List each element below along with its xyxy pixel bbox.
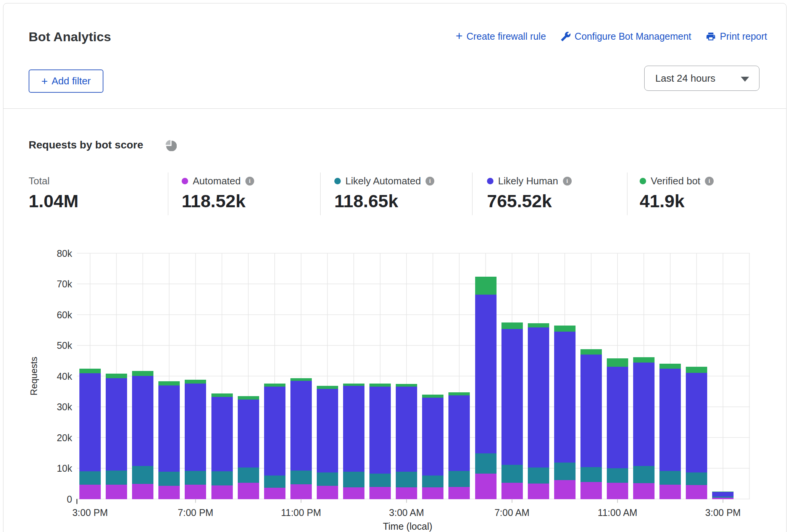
bar-segment-automated[interactable] [686, 485, 707, 499]
bar-segment-verified-bot[interactable] [422, 395, 443, 398]
bar-segment-likely-human[interactable] [501, 329, 523, 465]
bar-segment-automated[interactable] [448, 487, 470, 499]
bar-segment-likely-human[interactable] [264, 387, 285, 476]
bar-segment-likely-automated[interactable] [475, 453, 497, 474]
bar-segment-likely-automated[interactable] [528, 468, 549, 484]
bar-segment-verified-bot[interactable] [501, 322, 523, 329]
bar-segment-automated[interactable] [712, 498, 734, 499]
bar-segment-likely-automated[interactable] [396, 472, 417, 487]
bar-segment-automated[interactable] [475, 474, 497, 499]
bar-segment-verified-bot[interactable] [369, 384, 391, 387]
bar-segment-likely-automated[interactable] [448, 471, 470, 487]
bar-segment-likely-human[interactable] [369, 387, 391, 474]
bar-segment-likely-human[interactable] [422, 398, 443, 476]
bar-segment-likely-human[interactable] [712, 492, 734, 497]
bar-segment-verified-bot[interactable] [712, 492, 734, 492]
bar-segment-likely-automated[interactable] [369, 474, 391, 487]
bar-segment-likely-human[interactable] [290, 381, 312, 470]
bar-segment-verified-bot[interactable] [132, 371, 153, 376]
bar-segment-likely-automated[interactable] [343, 472, 364, 487]
bar-segment-automated[interactable] [132, 484, 153, 499]
bar-segment-automated[interactable] [79, 485, 101, 499]
bar-segment-verified-bot[interactable] [317, 386, 338, 389]
bar-segment-automated[interactable] [238, 483, 259, 499]
bar-segment-automated[interactable] [317, 486, 338, 499]
bar-segment-likely-human[interactable] [686, 373, 707, 472]
bar-segment-likely-automated[interactable] [712, 497, 734, 498]
bar-segment-automated[interactable] [554, 480, 576, 499]
bar-segment-likely-human[interactable] [317, 389, 338, 472]
bar-segment-automated[interactable] [607, 483, 628, 499]
bar-segment-likely-human[interactable] [448, 395, 470, 471]
bar-segment-automated[interactable] [501, 483, 523, 499]
bar-segment-likely-automated[interactable] [317, 472, 338, 486]
bar-segment-likely-human[interactable] [580, 355, 602, 467]
bar-segment-verified-bot[interactable] [659, 364, 681, 369]
bar-segment-verified-bot[interactable] [106, 374, 127, 378]
bar-segment-likely-automated[interactable] [264, 476, 285, 488]
bar-segment-likely-automated[interactable] [106, 471, 127, 485]
bar-segment-likely-human[interactable] [211, 397, 233, 471]
bar-segment-verified-bot[interactable] [528, 323, 549, 327]
bar-segment-automated[interactable] [422, 487, 443, 499]
bar-segment-verified-bot[interactable] [580, 349, 602, 355]
bar-segment-likely-human[interactable] [106, 378, 127, 471]
bar-segment-likely-human[interactable] [554, 332, 576, 463]
bar-segment-verified-bot[interactable] [79, 369, 101, 373]
bar-segment-likely-automated[interactable] [238, 468, 259, 483]
bar-segment-likely-human[interactable] [659, 369, 681, 471]
bar-segment-likely-human[interactable] [158, 385, 180, 472]
bar-segment-likely-human[interactable] [185, 384, 206, 471]
bar-segment-verified-bot[interactable] [343, 384, 364, 386]
bar-segment-likely-human[interactable] [396, 387, 417, 472]
bar-segment-verified-bot[interactable] [396, 384, 417, 387]
bar-segment-likely-automated[interactable] [554, 463, 576, 480]
bar-segment-verified-bot[interactable] [686, 367, 707, 373]
bar-segment-likely-human[interactable] [607, 367, 628, 468]
bar-segment-automated[interactable] [290, 484, 312, 499]
bar-segment-verified-bot[interactable] [211, 393, 233, 397]
bar-segment-likely-human[interactable] [132, 376, 153, 466]
bar-segment-automated[interactable] [264, 488, 285, 499]
bar-segment-automated[interactable] [396, 487, 417, 499]
bar-segment-verified-bot[interactable] [448, 392, 470, 395]
bar-segment-likely-automated[interactable] [659, 471, 681, 484]
bar-segment-likely-automated[interactable] [501, 465, 523, 483]
bar-segment-likely-human[interactable] [528, 327, 549, 468]
bar-segment-verified-bot[interactable] [290, 378, 312, 381]
bar-segment-automated[interactable] [369, 487, 391, 499]
bar-segment-likely-automated[interactable] [686, 472, 707, 485]
bar-segment-likely-automated[interactable] [607, 468, 628, 483]
bar-segment-likely-human[interactable] [238, 400, 259, 467]
bar-segment-likely-human[interactable] [343, 386, 364, 472]
bar-segment-automated[interactable] [211, 485, 233, 499]
bar-segment-likely-automated[interactable] [633, 466, 655, 483]
bar-segment-automated[interactable] [343, 487, 364, 499]
bar-segment-likely-automated[interactable] [580, 467, 602, 482]
bar-segment-likely-human[interactable] [475, 295, 497, 453]
bar-segment-verified-bot[interactable] [554, 326, 576, 332]
bar-segment-automated[interactable] [659, 485, 681, 499]
bar-segment-likely-automated[interactable] [79, 471, 101, 485]
bar-segment-verified-bot[interactable] [185, 380, 206, 384]
bar-segment-verified-bot[interactable] [475, 277, 497, 295]
bar-segment-likely-automated[interactable] [185, 471, 206, 484]
bar-segment-automated[interactable] [633, 483, 655, 499]
bar-segment-likely-human[interactable] [79, 373, 101, 471]
requests-by-bot-score-chart[interactable]: 010k20k30k40k50k60k70k80k3:00 PM7:00 PM1… [0, 0, 790, 532]
bar-segment-likely-automated[interactable] [290, 471, 312, 484]
bar-segment-likely-automated[interactable] [158, 472, 180, 486]
bar-segment-likely-automated[interactable] [211, 471, 233, 485]
bar-segment-likely-automated[interactable] [422, 476, 443, 487]
bar-segment-verified-bot[interactable] [607, 358, 628, 367]
bar-segment-automated[interactable] [185, 485, 206, 499]
bar-segment-likely-human[interactable] [633, 363, 655, 466]
bar-segment-automated[interactable] [580, 482, 602, 499]
bar-segment-verified-bot[interactable] [238, 396, 259, 400]
bar-segment-automated[interactable] [158, 486, 180, 499]
bar-segment-automated[interactable] [528, 484, 549, 499]
bar-segment-likely-automated[interactable] [132, 466, 153, 484]
bar-segment-verified-bot[interactable] [264, 384, 285, 387]
bar-segment-automated[interactable] [106, 485, 127, 499]
bar-segment-verified-bot[interactable] [158, 381, 180, 385]
